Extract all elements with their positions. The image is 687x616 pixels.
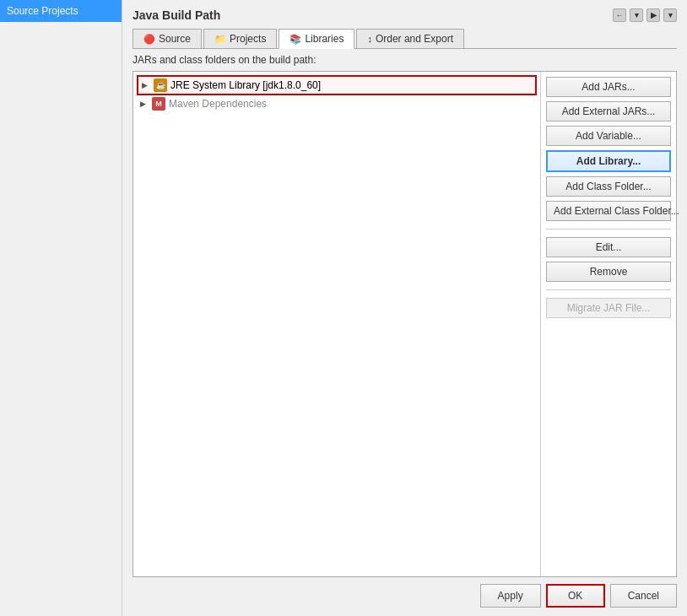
dialog-title-text: Java Build Path: [133, 8, 220, 22]
add-variable-button[interactable]: Add Variable...: [546, 126, 671, 146]
content-area: JARs and class folders on the build path…: [133, 54, 677, 608]
remove-button[interactable]: Remove: [546, 262, 671, 282]
tab-source-label: Source: [159, 33, 191, 45]
add-class-folder-button[interactable]: Add Class Folder...: [546, 176, 671, 197]
tab-order-label: Order and Export: [376, 33, 453, 45]
maven-tree-arrow: ▶: [140, 100, 149, 108]
tab-projects[interactable]: 📁 Projects: [203, 29, 277, 48]
tree-panel[interactable]: ▶ JRE System Library [jdk1.8.0_60] ▶ M M…: [133, 72, 541, 576]
tree-item-maven[interactable]: ▶ M Maven Dependencies: [137, 95, 537, 112]
buttons-panel: Add JARs... Add External JARs... Add Var…: [541, 72, 676, 576]
maven-label: Maven Dependencies: [169, 98, 267, 110]
tab-projects-label: Projects: [230, 33, 266, 45]
libraries-icon: 📚: [289, 34, 301, 45]
ok-button[interactable]: OK: [546, 584, 605, 608]
jre-icon: [154, 78, 167, 92]
maven-icon: M: [152, 97, 165, 111]
tab-source[interactable]: 🔴 Source: [133, 29, 202, 48]
source-icon: 🔴: [143, 34, 155, 45]
jre-label: JRE System Library [jdk1.8.0_60]: [170, 79, 321, 91]
window: Source Projects Java Build Path ← ▾ ▶ ▾ …: [0, 0, 687, 616]
add-library-button[interactable]: Add Library...: [546, 150, 671, 172]
description-text: JARs and class folders on the build path…: [133, 54, 677, 66]
tab-libraries[interactable]: 📚 Libraries: [279, 29, 354, 49]
order-icon: ↕: [367, 34, 372, 44]
tree-item-jre[interactable]: ▶ JRE System Library [jdk1.8.0_60]: [137, 75, 537, 95]
title-icons: ← ▾ ▶ ▾: [613, 8, 677, 22]
migrate-jar-button[interactable]: Migrate JAR File...: [546, 298, 671, 318]
jre-tree-arrow: ▶: [142, 81, 150, 89]
apply-button[interactable]: Apply: [480, 584, 541, 608]
forward-button[interactable]: ▶: [646, 8, 660, 22]
add-external-jars-button[interactable]: Add External JARs...: [546, 101, 671, 122]
main-area: Java Build Path ← ▾ ▶ ▾ 🔴 Source 📁 Proje…: [122, 0, 687, 616]
tab-libraries-label: Libraries: [305, 33, 344, 45]
menu-button[interactable]: ▾: [663, 8, 677, 22]
build-path-area: ▶ JRE System Library [jdk1.8.0_60] ▶ M M…: [133, 71, 677, 577]
tab-order[interactable]: ↕ Order and Export: [356, 29, 464, 48]
add-jars-button[interactable]: Add JARs...: [546, 77, 671, 97]
projects-icon: 📁: [214, 34, 226, 45]
bottom-bar: Apply OK Cancel: [133, 577, 677, 608]
sidebar: Source Projects: [0, 0, 122, 616]
dialog-title-bar: Java Build Path ← ▾ ▶ ▾: [133, 8, 677, 22]
tabs-bar: 🔴 Source 📁 Projects 📚 Libraries ↕ Order …: [133, 29, 677, 49]
down-arrow-button[interactable]: ▾: [630, 8, 643, 22]
add-external-class-folder-button[interactable]: Add External Class Folder...: [546, 201, 671, 221]
back-button[interactable]: ←: [613, 8, 626, 22]
cancel-button[interactable]: Cancel: [610, 584, 677, 608]
edit-button[interactable]: Edit...: [546, 237, 671, 257]
sidebar-item-source-projects[interactable]: Source Projects: [0, 0, 122, 22]
